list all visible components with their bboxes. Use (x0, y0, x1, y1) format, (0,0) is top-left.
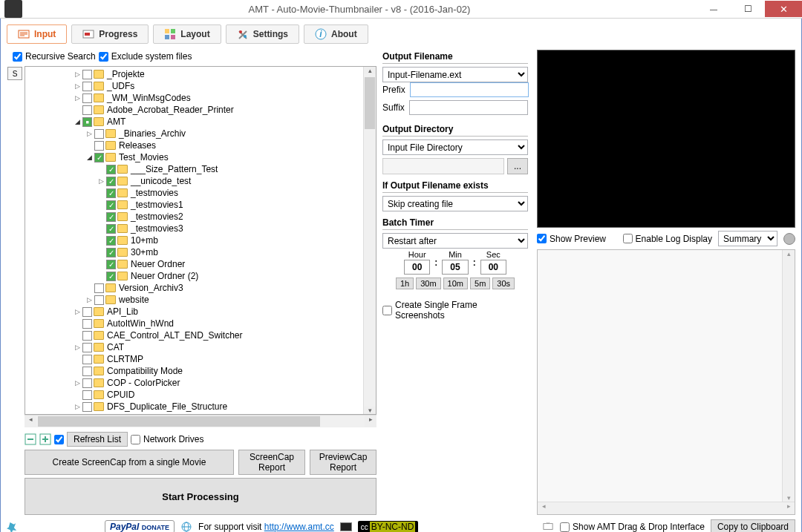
tree-node[interactable]: 10+mb (25, 234, 363, 246)
close-button[interactable] (765, 1, 802, 17)
tree-checkbox[interactable] (94, 283, 104, 293)
tree-node[interactable]: Neuer Ordner (25, 258, 363, 270)
tree-node[interactable]: Compatibility Mode (25, 365, 363, 377)
tree-checkbox[interactable] (82, 390, 92, 400)
folder-tree[interactable]: ▷_Projekte▷_UDFs▷_WM_WinMsgCodesAdobe_Ac… (25, 67, 363, 414)
tree-node[interactable]: AutoItWin_hWnd (25, 318, 363, 329)
tree-scrollbar-vertical[interactable] (363, 67, 376, 414)
tree-scrollbar-horizontal[interactable] (25, 415, 376, 427)
tree-node[interactable]: ___Size_Pattern_Test (25, 163, 363, 175)
log-scrollbar-vertical[interactable] (782, 250, 795, 502)
tree-checkbox[interactable] (106, 236, 116, 246)
single-frame-checkbox[interactable]: Create Single Frame Screenshots (382, 300, 528, 321)
tree-checkbox[interactable] (94, 295, 104, 305)
expand-icon[interactable]: ▷ (73, 93, 82, 102)
tree-node[interactable]: ▷_WM_WinMsgCodes (25, 92, 363, 104)
quick-5m-button[interactable]: 5m (470, 278, 490, 289)
tree-node[interactable]: ▷__unicode_test (25, 175, 363, 187)
tree-node[interactable]: ▷_Projekte (25, 68, 363, 80)
terminal-icon[interactable] (340, 522, 352, 531)
minimize-button[interactable] (697, 1, 731, 17)
tree-node[interactable]: Releases (25, 139, 363, 151)
if-exists-select[interactable]: Skip creating file (382, 196, 528, 211)
exclude-system-checkbox[interactable]: Exclude system files (99, 51, 192, 62)
output-directory-select[interactable]: Input File Directory (382, 139, 528, 155)
tree-checkbox[interactable] (82, 93, 92, 103)
tree-node[interactable]: _testmovies2 (25, 211, 363, 223)
start-processing-button[interactable]: Start Processing (25, 478, 376, 515)
expand-icon[interactable]: ▷ (97, 177, 105, 185)
create-single-button[interactable]: Create ScreenCap from a single Movie (25, 450, 234, 475)
select-all-checkbox[interactable] (54, 435, 64, 444)
collapse-icon[interactable] (25, 433, 36, 445)
tree-checkbox[interactable] (82, 319, 92, 329)
tree-checkbox[interactable] (106, 260, 116, 269)
copy-clipboard-button[interactable]: Copy to Clipboard (711, 519, 795, 532)
expand-icon[interactable]: ▷ (73, 402, 82, 411)
tree-checkbox[interactable] (106, 272, 116, 281)
screencap-report-button[interactable]: ScreenCapReport (238, 450, 305, 475)
tab-settings[interactable]: Settings (226, 24, 299, 44)
tree-checkbox[interactable] (106, 212, 116, 222)
output-filename-select[interactable]: Input-Filename.ext (382, 67, 528, 82)
maximize-button[interactable] (731, 1, 765, 17)
quick-10m-button[interactable]: 10m (443, 278, 468, 289)
expand-icon[interactable]: ▷ (73, 343, 82, 352)
tab-progress[interactable]: Progress (71, 24, 149, 44)
log-level-select[interactable]: Summary (718, 231, 777, 246)
quick-30s-button[interactable]: 30s (492, 278, 515, 289)
tree-node[interactable]: _testmovies (25, 187, 363, 199)
quick-1h-button[interactable]: 1h (396, 278, 414, 289)
show-preview-checkbox[interactable]: Show Preview (537, 234, 606, 244)
tree-checkbox[interactable] (82, 70, 92, 79)
tree-node[interactable]: Version_Archiv3 (25, 282, 363, 294)
timer-min[interactable]: 05 (442, 260, 468, 275)
paypal-donate-button[interactable]: PayPal DONATE (105, 520, 175, 532)
browse-button[interactable]: ... (507, 158, 528, 174)
tree-node[interactable]: _testmovies1 (25, 199, 363, 211)
tree-node[interactable]: ▷DFS_Duplicate_File_Structure (25, 401, 363, 413)
expand-icon[interactable]: ▷ (73, 378, 82, 387)
expand-icon[interactable] (39, 433, 51, 445)
enable-log-checkbox[interactable]: Enable Log Display (623, 234, 712, 244)
collapse-icon[interactable]: ◢ (85, 153, 94, 162)
tree-node[interactable]: CPUID (25, 389, 363, 401)
timer-sec[interactable]: 00 (480, 260, 506, 275)
collapse-icon[interactable]: ◢ (73, 117, 82, 126)
tree-checkbox[interactable] (106, 165, 116, 174)
expand-icon[interactable]: ▷ (73, 82, 82, 91)
batch-timer-select[interactable]: Restart after (382, 233, 528, 249)
drag-drop-checkbox[interactable]: Show AMT Drag & Drop Interface (560, 522, 705, 532)
tree-checkbox[interactable] (94, 153, 104, 162)
recursive-checkbox[interactable]: Recursive Search (13, 51, 96, 62)
tree-checkbox[interactable] (106, 177, 116, 186)
quick-30m-button[interactable]: 30m (416, 278, 440, 289)
expand-icon[interactable]: ▷ (85, 295, 94, 304)
tree-checkbox[interactable] (94, 141, 104, 151)
tree-node[interactable]: _testmovies3 (25, 223, 363, 234)
tree-node[interactable]: ▷COP - ColorPicker (25, 377, 363, 389)
tree-checkbox[interactable] (82, 378, 92, 388)
tree-node[interactable]: ◢Test_Movies (25, 151, 363, 163)
expand-icon[interactable]: ▷ (73, 70, 82, 79)
tree-node[interactable]: Adobe_Acrobat_Reader_Printer (25, 104, 363, 116)
tab-about[interactable]: iAbout (304, 24, 368, 44)
suffix-input[interactable] (409, 100, 528, 115)
s-button[interactable]: S (7, 67, 22, 80)
tree-node[interactable]: 30+mb (25, 246, 363, 258)
tree-checkbox[interactable] (82, 402, 92, 412)
tree-node[interactable]: ◢AMT (25, 116, 363, 128)
expand-icon[interactable]: ▷ (85, 129, 94, 138)
tab-layout[interactable]: Layout (153, 24, 221, 44)
tree-node[interactable]: ▷_Binaries_Archiv (25, 128, 363, 139)
log-scrollbar-horizontal[interactable] (538, 502, 795, 514)
tree-node[interactable]: ▷API_Lib (25, 306, 363, 318)
timer-hour[interactable]: 00 (404, 260, 430, 275)
tree-node[interactable]: CLRTMP (25, 353, 363, 365)
previewcap-report-button[interactable]: PreviewCapReport (310, 450, 376, 475)
expand-icon[interactable]: ▷ (73, 307, 82, 316)
tab-input[interactable]: Input (7, 24, 67, 44)
support-link[interactable]: http://www.amt.cc (264, 522, 334, 532)
tree-checkbox[interactable] (82, 343, 92, 352)
tree-checkbox[interactable] (82, 367, 92, 376)
